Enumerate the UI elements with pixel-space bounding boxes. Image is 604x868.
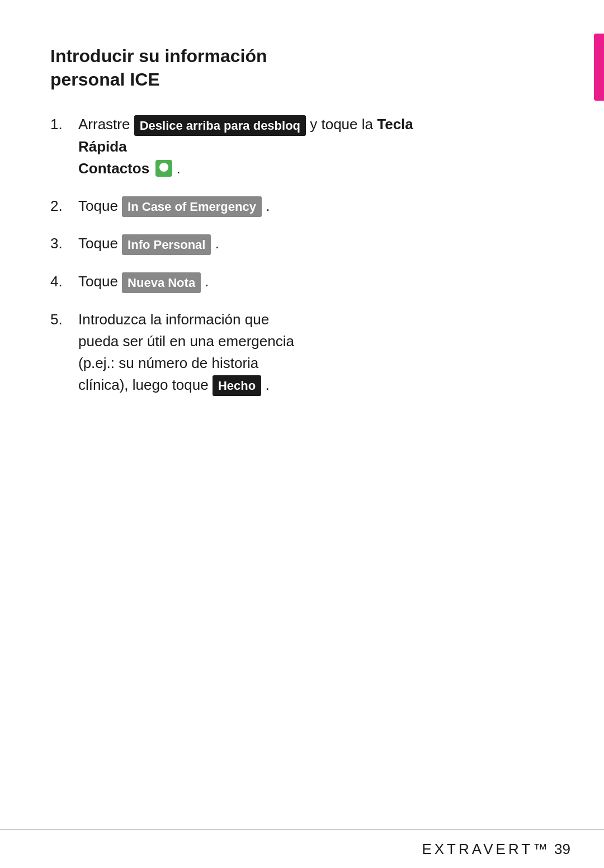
brand-name: Extravert [422,841,533,857]
step-4-number: 4. [50,271,78,293]
page-content: Introducir su información personal ICE 1… [0,0,503,456]
step-4-prefix: Toque [78,273,122,290]
step-2-content: Toque In Case of Emergency . [78,195,453,218]
step-1-suffix: . [177,160,181,177]
steps-list: 1. Arrastre Deslice arriba para desbloq … [50,114,453,396]
step-1-content: Arrastre Deslice arriba para desbloq y t… [78,114,453,180]
step-4-suffix: . [201,273,209,290]
step-5-line2: pueda ser útil en una emergencia [78,333,294,350]
step-5-line1: Introduzca la información que [78,311,269,328]
step-1: 1. Arrastre Deslice arriba para desbloq … [50,114,453,180]
step-5-content: Introduzca la información que pueda ser … [78,309,453,397]
badge-ice: In Case of Emergency [122,196,262,217]
page-title: Introducir su información personal ICE [50,45,453,91]
badge-deslice: Deslice arriba para desbloq [134,115,306,136]
step-5-line4-prefix: clínica), luego toque [78,376,213,393]
step-2-prefix: Toque [78,197,122,214]
step-2: 2. Toque In Case of Emergency . [50,195,453,218]
contacts-icon [155,160,172,177]
step-1-prefix: Arrastre [78,116,134,133]
step-5-line4-suffix: . [261,376,269,393]
step-5-number: 5. [50,309,78,331]
step-4-content: Toque Nueva Nota . [78,271,453,293]
step-3-prefix: Toque [78,235,122,252]
step-3-content: Toque Info Personal . [78,233,453,255]
footer-brand: Extravert™ [422,841,550,858]
step-1-bold2: Contactos [78,160,149,177]
badge-hecho: Hecho [213,375,261,396]
step-1-middle: y toque la [306,116,377,133]
page-number: 39 [554,841,570,858]
step-2-number: 2. [50,195,78,217]
footer: Extravert™ 39 [0,829,604,868]
badge-info-personal: Info Personal [122,234,211,255]
badge-nueva-nota: Nueva Nota [122,272,201,293]
step-3: 3. Toque Info Personal . [50,233,453,255]
step-2-suffix: . [262,197,270,214]
step-3-number: 3. [50,233,78,254]
step-1-number: 1. [50,114,78,135]
step-5-line3: (p.ej.: su número de historia [78,355,258,371]
step-3-suffix: . [211,235,219,252]
step-4: 4. Toque Nueva Nota . [50,271,453,293]
trademark: ™ [533,841,550,857]
step-5: 5. Introduzca la información que pueda s… [50,309,453,397]
accent-bar [594,34,604,101]
